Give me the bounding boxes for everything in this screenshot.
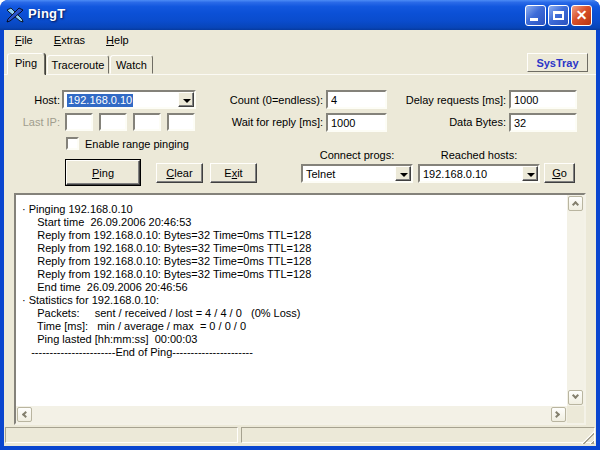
tab-strip: Ping Traceroute Watch	[4, 52, 596, 74]
chevron-down-icon	[527, 173, 535, 181]
systray-button[interactable]: SysTray	[527, 53, 588, 72]
chevron-up-icon	[572, 201, 579, 208]
menubar: File Extras Help	[6, 31, 594, 50]
status-panel-left	[5, 427, 238, 443]
close-icon: ✕	[576, 7, 588, 23]
menu-extras[interactable]: Extras	[45, 31, 94, 50]
minimize-icon	[530, 18, 538, 21]
horizontal-scrollbar[interactable]	[16, 406, 567, 423]
clear-button[interactable]: Clear	[156, 163, 203, 183]
chevron-left-icon	[22, 411, 29, 418]
last-ip-octet-1[interactable]	[65, 113, 93, 131]
maximize-icon	[553, 11, 564, 20]
vertical-scrollbar[interactable]	[567, 195, 584, 406]
scroll-left-button[interactable]	[17, 407, 32, 422]
menu-file[interactable]: File	[6, 31, 42, 50]
ping-output-text: · Pinging 192.168.0.10 Start time 26.09.…	[16, 195, 567, 406]
client-area: File Extras Help Ping Traceroute Watch S…	[4, 30, 596, 446]
minimize-button[interactable]	[525, 5, 546, 26]
status-bar	[4, 427, 596, 443]
last-ip-label: Last IP:	[12, 116, 60, 128]
connect-progs-value: Telnet	[306, 168, 335, 181]
app-window: PingT ✕ File Extras Help Ping Traceroute…	[0, 0, 600, 450]
host-value: 192.168.0.10	[67, 94, 133, 107]
connect-progs-dropdown-button[interactable]	[395, 166, 411, 181]
chevron-down-icon	[183, 99, 191, 107]
scrollbar-corner	[567, 406, 584, 423]
host-label: Host:	[12, 94, 60, 106]
close-button[interactable]: ✕	[571, 5, 592, 26]
host-combobox[interactable]: 192.168.0.10	[62, 90, 196, 109]
count-input[interactable]	[326, 90, 387, 109]
last-ip-octet-3[interactable]	[133, 113, 161, 131]
host-dropdown-button[interactable]	[178, 92, 194, 107]
delay-requests-label: Delay requests [ms]:	[382, 94, 506, 106]
delay-requests-input[interactable]	[509, 90, 577, 109]
app-icon[interactable]	[6, 6, 24, 24]
tab-page-edge	[4, 74, 596, 75]
reached-hosts-label: Reached hosts:	[418, 149, 540, 161]
tab-traceroute[interactable]: Traceroute	[47, 55, 109, 74]
menu-help[interactable]: Help	[97, 31, 138, 50]
count-label: Count (0=endless):	[199, 94, 323, 106]
scroll-up-button[interactable]	[568, 196, 583, 211]
ping-button[interactable]: Ping	[66, 160, 140, 185]
wait-reply-input[interactable]	[326, 113, 387, 132]
status-panel-right	[241, 427, 595, 443]
chevron-down-icon	[572, 392, 579, 399]
connect-progs-combobox[interactable]: Telnet	[301, 164, 413, 183]
maximize-button[interactable]	[548, 5, 569, 26]
reached-hosts-combobox[interactable]: 192.168.0.10	[418, 164, 540, 183]
data-bytes-input[interactable]	[509, 113, 577, 132]
scroll-right-button[interactable]	[551, 407, 566, 422]
last-ip-octet-4[interactable]	[167, 113, 195, 131]
data-bytes-label: Data Bytes:	[382, 116, 506, 128]
chevron-right-icon	[553, 411, 560, 418]
wait-reply-label: Wait for reply [ms]:	[199, 116, 323, 128]
go-button[interactable]: Go	[544, 163, 575, 183]
chevron-down-icon	[400, 173, 408, 181]
tab-ping[interactable]: Ping	[7, 53, 45, 75]
exit-button[interactable]: Exit	[210, 163, 257, 183]
ping-output-panel: · Pinging 192.168.0.10 Start time 26.09.…	[14, 193, 586, 425]
reached-hosts-dropdown-button[interactable]	[522, 166, 538, 181]
reached-hosts-value: 192.168.0.10	[423, 168, 487, 181]
last-ip-octet-2[interactable]	[99, 113, 127, 131]
window-title: PingT	[28, 6, 66, 21]
range-pinging-checkbox[interactable]	[66, 137, 79, 150]
connect-progs-label: Connect progs:	[301, 149, 413, 161]
scroll-down-button[interactable]	[568, 390, 583, 405]
tab-watch[interactable]: Watch	[110, 55, 153, 74]
titlebar[interactable]: PingT ✕	[0, 0, 600, 30]
range-pinging-label: Enable range pinging	[85, 138, 189, 150]
